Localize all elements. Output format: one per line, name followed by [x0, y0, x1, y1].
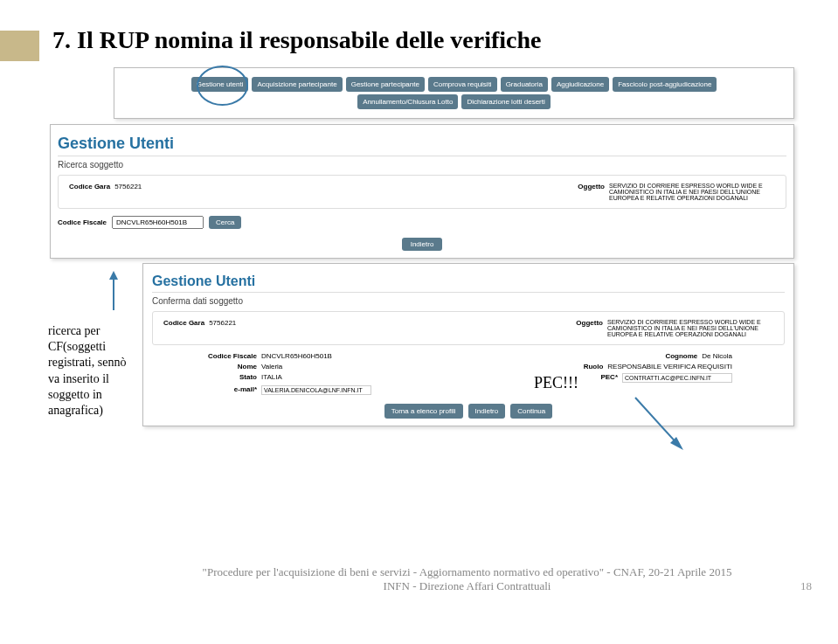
panel1-subtitle: Ricerca soggetto	[58, 156, 786, 170]
cerca-button[interactable]: Cerca	[209, 216, 241, 229]
p2-cf-label: Codice Fiscale	[204, 352, 257, 360]
footer: "Procedure per l'acquisizione di beni e …	[48, 565, 838, 593]
p2-nome-value: Valeria	[261, 363, 282, 370]
arrow-pec-annotation	[627, 393, 696, 463]
btn-fascicolo[interactable]: Fascicolo post-aggiudicazione	[613, 77, 717, 92]
accent-bar	[0, 31, 39, 61]
gestione-utenti-panel-1: Gestione Utenti Ricerca soggetto Codice …	[50, 124, 794, 259]
panel1-infobox: Codice Gara 5756221 Oggetto SERVIZIO DI …	[58, 175, 786, 209]
p2-oggetto-value: SERVIZIO DI CORRIERE ESPRESSO WORLD WIDE…	[607, 319, 773, 337]
footer-line1: "Procedure per l'acquisizione di beni e …	[48, 565, 838, 579]
p2-ruolo-value: RESPONSABILE VERIFICA REQUISITI	[607, 363, 732, 370]
indietro-button-1[interactable]: Indietro	[402, 238, 443, 251]
p2-pec-input[interactable]	[622, 373, 732, 383]
footer-line2: INFN - Direzione Affari Contrattuali	[48, 579, 838, 593]
btn-graduatoria[interactable]: Graduatoria	[501, 77, 548, 92]
page-number: 18	[800, 579, 812, 593]
codice-gara-value: 5756221	[114, 183, 142, 201]
p2-codice-gara-label: Codice Gara	[163, 319, 204, 337]
p2-ruolo-label: Ruolo	[564, 363, 603, 370]
p2-stato-value: ITALIA	[261, 373, 282, 383]
p2-stato-label: Stato	[204, 373, 257, 383]
cf-input[interactable]	[112, 216, 204, 229]
p2-oggetto-label: Oggetto	[576, 319, 603, 337]
p2-cognome-value: De Nicola	[702, 352, 732, 360]
btn-acquisizione-partecipante[interactable]: Acquisizione partecipante	[252, 77, 342, 92]
indietro-button-2[interactable]: Indietro	[468, 404, 506, 419]
btn-comprova-requisiti[interactable]: Comprova requisiti	[428, 77, 497, 92]
side-note-text: ricerca per CF(soggetti registrati, senn…	[48, 323, 127, 419]
cf-row: Codice Fiscale Cerca	[58, 216, 786, 229]
pec-annotation-text: PEC!!!	[534, 374, 578, 392]
form-row-stato: Stato ITALIA PEC*	[204, 373, 732, 383]
p2-cf-value: DNCVLR65H60H501B	[261, 352, 332, 360]
btn-dichiarazione[interactable]: Dichiarazione lotti deserti	[461, 94, 550, 109]
svg-line-2	[635, 398, 679, 446]
btn-gestione-partecipante[interactable]: Gestione partecipante	[346, 77, 425, 92]
btn-annullamento[interactable]: Annullamento/Chiusura Lotto	[357, 94, 458, 109]
btn-aggiudicazione[interactable]: Aggiudicazione	[551, 77, 609, 92]
p2-codice-gara-value: 5756221	[209, 319, 236, 337]
panel1-title: Gestione Utenti	[58, 135, 786, 153]
svg-marker-1	[109, 271, 118, 280]
panel2-infobox: Codice Gara 5756221 Oggetto SERVIZIO DI …	[152, 311, 785, 345]
p2-pec-label: PEC*	[578, 373, 618, 383]
circle-annotation	[197, 66, 248, 106]
oggetto-label: Oggetto	[578, 183, 605, 201]
panel2-title: Gestione Utenti	[152, 274, 785, 289]
gestione-utenti-panel-2: Gestione Utenti Conferma dati soggetto C…	[142, 263, 794, 426]
form-row-nome: Nome Valeria Ruolo RESPONSABILE VERIFICA…	[204, 363, 732, 370]
arrow-cf-annotation	[100, 271, 127, 315]
form-row-cf: Codice Fiscale DNCVLR65H60H501B Cognome …	[204, 352, 732, 360]
continua-button[interactable]: Continua	[510, 404, 552, 419]
codice-gara-label: Codice Gara	[69, 183, 110, 201]
p2-email-label: e-mail*	[204, 385, 257, 395]
p2-nome-label: Nome	[204, 363, 257, 370]
p2-email-input[interactable]	[261, 385, 371, 395]
torna-elenco-button[interactable]: Torna a elenco profili	[384, 404, 463, 419]
oggetto-value: SERVIZIO DI CORRIERE ESPRESSO WORLD WIDE…	[609, 183, 775, 201]
cf-label: Codice Fiscale	[58, 218, 107, 226]
slide-title: 7. Il RUP nomina il responsabile delle v…	[52, 26, 794, 54]
p2-cognome-label: Cognome	[658, 352, 697, 360]
panel2-subtitle: Conferma dati soggetto	[152, 292, 785, 306]
